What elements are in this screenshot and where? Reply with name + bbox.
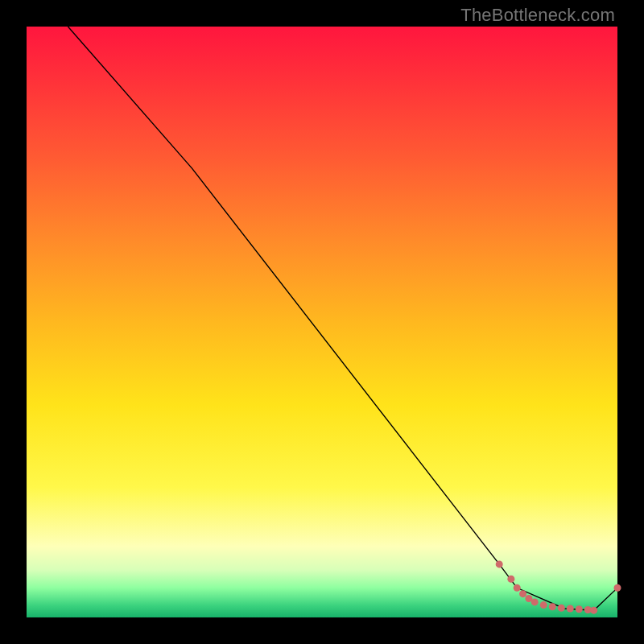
marker-point	[576, 605, 583, 613]
marker-point	[514, 584, 521, 592]
marker-point	[531, 598, 539, 605]
marker-point	[614, 584, 621, 592]
marker-point	[558, 605, 565, 612]
marker-point	[507, 576, 514, 583]
series-markers	[496, 560, 621, 613]
marker-point	[590, 607, 597, 614]
marker-point	[549, 603, 556, 610]
marker-point	[567, 605, 574, 612]
watermark-text: TheBottleneck.com	[460, 5, 615, 26]
chart-overlay	[27, 27, 617, 617]
marker-point	[496, 560, 503, 568]
marker-point	[540, 601, 547, 609]
series-curve	[68, 27, 617, 610]
marker-point	[519, 590, 526, 597]
chart-stage: TheBottleneck.com	[0, 0, 644, 644]
